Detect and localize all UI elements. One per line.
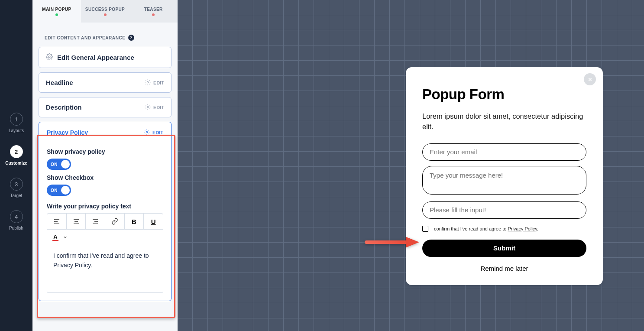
toggle-knob [61,160,70,169]
sidebar: MAIN POPUP SUCCESS POPUP TEASER EDIT CON… [32,0,178,331]
tab-label: SUCCESS POPUP [85,7,125,12]
tab-main-popup[interactable]: MAIN POPUP [32,0,81,23]
preview-canvas[interactable]: Popup Form Lorem ipsum dolor sit amet, c… [178,0,644,331]
svg-point-1 [147,81,149,83]
gear-icon [145,79,151,86]
step-customize[interactable]: 2 Customize [5,145,27,166]
email-input[interactable] [422,143,586,161]
edit-text: EDIT [153,105,164,110]
annotation-arrow [365,236,419,248]
svg-point-3 [146,131,148,133]
align-right-button[interactable] [86,214,105,229]
consent-checkbox[interactable] [422,226,428,232]
status-dot-icon [55,13,58,16]
privacy-policy-card: Privacy Policy EDIT Show privacy policy … [39,122,172,301]
step-publish[interactable]: 4 Publish [9,210,23,230]
gear-icon [145,104,151,111]
toggle-knob [61,186,70,195]
svg-point-0 [49,56,50,58]
show-checkbox-label: Show Checkbox [47,174,163,181]
remind-later-link[interactable]: Remind me later [422,265,586,272]
rte-toolbar: B U A [47,213,163,245]
underline-button[interactable]: U [144,214,163,229]
consent-after: . [537,226,538,231]
show-privacy-policy-label: Show privacy policy [47,148,163,155]
toggle-state: ON [51,188,58,193]
link-button[interactable] [105,214,125,229]
gear-icon [46,53,53,62]
rte-text: I confirm that I've read and agree to [53,252,149,259]
edit-text: EDIT [152,130,163,135]
step-number: 3 [10,178,23,191]
tab-label: TEASER [144,7,163,12]
step-target[interactable]: 3 Target [10,178,23,198]
step-label: Customize [5,161,27,166]
svg-rect-4 [365,240,408,244]
tab-success-popup[interactable]: SUCCESS POPUP [81,0,129,23]
sidebar-scroll[interactable]: EDIT CONTENT AND APPEARANCE ? Edit Gener… [32,23,178,331]
close-icon [587,77,593,82]
message-input[interactable] [422,166,586,195]
help-icon[interactable]: ? [128,35,134,41]
step-rail: 1 Layouts 2 Customize 3 Target 4 Publish [0,0,32,331]
toggle-state: ON [51,162,58,167]
status-dot-icon [104,13,107,16]
rte-text: . [91,262,92,269]
popup-close-button[interactable] [584,73,596,85]
consent-row: I confirm that I've read and agree to Pr… [422,226,586,232]
gear-icon [144,129,150,136]
rte-label: Write your privacy policy text [47,203,163,210]
popup-preview: Popup Form Lorem ipsum dolor sit amet, c… [406,67,603,285]
align-left-button[interactable] [47,214,67,229]
consent-before: I confirm that I've read and agree to [431,226,508,231]
third-input[interactable] [422,201,586,219]
rte-editor[interactable]: I confirm that I've read and agree to Pr… [47,245,163,293]
rte-link[interactable]: Privacy Policy [53,262,91,269]
align-center-button[interactable] [67,214,86,229]
sidebar-tabs: MAIN POPUP SUCCESS POPUP TEASER [32,0,178,23]
svg-point-2 [147,106,149,108]
description-card[interactable]: Description EDIT [39,97,172,117]
submit-button[interactable]: Submit [422,240,586,257]
show-privacy-policy-toggle[interactable]: ON [47,159,71,170]
edit-link[interactable]: EDIT [144,129,163,136]
consent-link[interactable]: Privacy Policy [508,226,537,231]
card-title: Description [46,104,82,111]
tab-teaser[interactable]: TEASER [129,0,178,23]
status-dot-icon [152,13,155,16]
card-title: Privacy Policy [47,129,88,136]
step-number: 2 [10,145,23,158]
step-number: 4 [10,210,23,223]
headline-card[interactable]: Headline EDIT [39,72,172,93]
bold-button[interactable]: B [125,214,144,229]
step-label: Layouts [9,128,24,133]
card-title: Headline [46,79,73,86]
edit-link[interactable]: EDIT [145,104,164,111]
consent-text: I confirm that I've read and agree to Pr… [431,226,538,231]
edit-link[interactable]: EDIT [145,79,164,86]
tab-label: MAIN POPUP [42,7,71,12]
popup-desc: Lorem ipsum dolor sit amet, consectetur … [422,111,586,132]
general-appearance-card[interactable]: Edit General Appearance [39,47,172,68]
section-label-text: EDIT CONTENT AND APPEARANCE [45,36,126,40]
step-label: Target [10,193,23,198]
step-layouts[interactable]: 1 Layouts [9,113,24,133]
show-checkbox-toggle[interactable]: ON [47,185,71,196]
step-number: 1 [10,113,23,126]
card-title: Edit General Appearance [57,54,134,61]
text-color-button[interactable]: A [52,234,58,241]
chevron-down-icon[interactable] [63,234,68,241]
popup-title: Popup Form [422,86,586,103]
edit-text: EDIT [153,80,164,85]
section-label: EDIT CONTENT AND APPEARANCE ? [39,35,172,41]
step-label: Publish [9,226,23,230]
